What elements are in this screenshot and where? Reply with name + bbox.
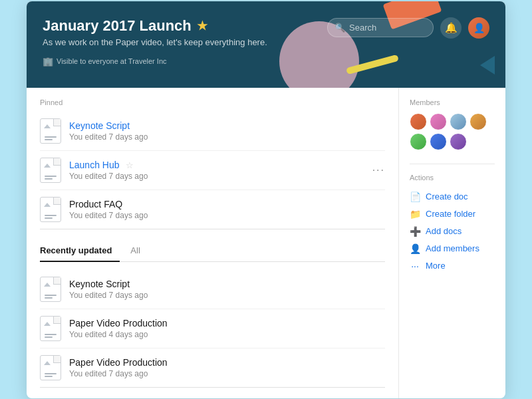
title-text: January 2017 Launch: [43, 17, 192, 35]
divider: [410, 164, 495, 164]
doc-line: [45, 136, 57, 138]
doc-icon: [40, 355, 61, 380]
doc-lines: [45, 373, 57, 377]
member-avatar-7[interactable]: [450, 133, 467, 150]
main-content: Pinned Keynote Script You edited 7 days …: [27, 88, 399, 398]
add-members-label: Add members: [426, 243, 479, 253]
doc-meta: You edited 7 days ago: [69, 132, 385, 142]
doc-name[interactable]: Keynote Script: [69, 120, 385, 131]
pinned-list: Keynote Script You edited 7 days ago Lau…: [40, 112, 385, 229]
doc-line: [45, 215, 57, 216]
doc-line-short: [45, 376, 53, 377]
doc-image-icon: [44, 322, 51, 326]
body: Pinned Keynote Script You edited 7 days …: [27, 88, 505, 398]
actions-label: Actions: [410, 174, 495, 182]
search-icon: 🔍: [334, 23, 345, 33]
create-folder-label: Create folder: [426, 209, 475, 219]
create-folder-action[interactable]: 📁 Create folder: [410, 205, 495, 223]
members-row: [410, 113, 495, 150]
doc-line: [45, 295, 57, 296]
doc-info: Product FAQ You edited 7 days ago: [69, 199, 385, 220]
add-docs-icon: ➕: [410, 226, 420, 237]
doc-name[interactable]: Launch Hub ☆: [69, 160, 385, 170]
member-avatar-3[interactable]: [450, 113, 467, 130]
search-box[interactable]: 🔍 Search: [327, 18, 434, 37]
doc-info: Keynote Script You edited 7 days ago: [69, 120, 385, 142]
visibility-icon: 🏢: [43, 57, 53, 66]
add-members-action[interactable]: 👤 Add members: [410, 240, 495, 257]
more-icon: ···: [410, 261, 420, 271]
header: January 2017 Launch ★ As we work on the …: [27, 1, 505, 88]
more-label: More: [426, 261, 446, 271]
sidebar: Members Actions 📄 Create doc 📁 Create fo…: [399, 88, 505, 398]
tab-recently-updated[interactable]: Recently updated: [40, 241, 120, 262]
header-controls: 🔍 Search 🔔 👤: [327, 17, 489, 39]
doc-name[interactable]: Paper Video Production: [69, 318, 385, 329]
members-label: Members: [410, 98, 495, 106]
doc-image-icon: [44, 164, 51, 168]
doc-meta: You edited 7 days ago: [69, 211, 385, 220]
doc-name[interactable]: Keynote Script: [69, 279, 385, 289]
add-docs-action[interactable]: ➕ Add docs: [410, 223, 495, 240]
visibility-label: 🏢 Visible to everyone at Traveler Inc: [43, 57, 267, 66]
doc-info: Paper Video Production You edited 4 days…: [69, 318, 385, 339]
member-avatar-2[interactable]: [430, 113, 447, 130]
doc-image-icon: [44, 361, 51, 365]
doc-name[interactable]: Paper Video Production: [69, 357, 385, 368]
tab-all[interactable]: All: [130, 241, 148, 261]
pinned-item-2: Launch Hub ☆ You edited 7 days ago ···: [40, 151, 385, 190]
doc-icon: [40, 277, 61, 302]
page-title: January 2017 Launch ★: [43, 17, 267, 35]
doc-name[interactable]: Product FAQ: [69, 199, 385, 209]
member-avatar-5[interactable]: [410, 133, 427, 150]
doc-info: Paper Video Production You edited 7 days…: [69, 357, 385, 378]
doc-line-short: [45, 297, 53, 299]
doc-lines: [45, 295, 57, 299]
doc-image-icon: [44, 124, 51, 128]
add-members-icon: 👤: [410, 243, 420, 254]
star-icon[interactable]: ★: [197, 19, 207, 33]
member-avatar-1[interactable]: [410, 113, 427, 130]
member-avatar-6[interactable]: [430, 133, 447, 150]
doc-meta: You edited 7 days ago: [69, 172, 385, 181]
user-avatar[interactable]: 👤: [468, 17, 489, 39]
member-avatar-4[interactable]: [469, 113, 487, 130]
doc-lines: [45, 176, 57, 180]
doc-line: [45, 334, 57, 335]
recent-item-3: Paper Video Production You edited 7 days…: [40, 348, 385, 388]
create-doc-action[interactable]: 📄 Create doc: [410, 188, 495, 205]
notifications-button[interactable]: 🔔: [440, 17, 462, 39]
add-docs-label: Add docs: [426, 226, 462, 236]
doc-line-short: [45, 178, 53, 180]
page-subtitle: As we work on the Paper video, let's kee…: [43, 37, 267, 47]
doc-info: Launch Hub ☆ You edited 7 days ago: [69, 160, 385, 181]
pinned-label: Pinned: [40, 98, 385, 106]
main-window: January 2017 Launch ★ As we work on the …: [27, 1, 505, 398]
doc-line: [45, 373, 57, 374]
doc-meta: You edited 7 days ago: [69, 369, 385, 378]
doc-line-short: [45, 336, 53, 338]
doc-meta: You edited 4 days ago: [69, 330, 385, 339]
pinned-item-1: Keynote Script You edited 7 days ago: [40, 112, 385, 151]
doc-star-icon[interactable]: ☆: [126, 160, 134, 170]
create-doc-icon: 📄: [410, 192, 420, 202]
doc-icon: [40, 316, 61, 341]
doc-line-short: [45, 139, 53, 140]
doc-image-icon: [44, 283, 51, 287]
doc-info: Keynote Script You edited 7 days ago: [69, 279, 385, 300]
doc-icon: [40, 158, 61, 183]
recent-item-1: Keynote Script You edited 7 days ago: [40, 270, 385, 309]
doc-icon: [40, 118, 61, 144]
doc-more-button[interactable]: ···: [372, 164, 385, 176]
more-action[interactable]: ··· More: [410, 257, 495, 275]
doc-lines: [45, 334, 57, 338]
title-area: January 2017 Launch ★ As we work on the …: [43, 17, 267, 66]
doc-lines: [45, 215, 57, 219]
create-doc-label: Create doc: [426, 192, 468, 201]
doc-lines: [45, 136, 57, 140]
doc-icon: [40, 197, 61, 222]
doc-meta: You edited 7 days ago: [69, 291, 385, 300]
doc-line: [45, 176, 57, 177]
doc-image-icon: [44, 203, 51, 207]
header-top: January 2017 Launch ★ As we work on the …: [43, 17, 489, 66]
